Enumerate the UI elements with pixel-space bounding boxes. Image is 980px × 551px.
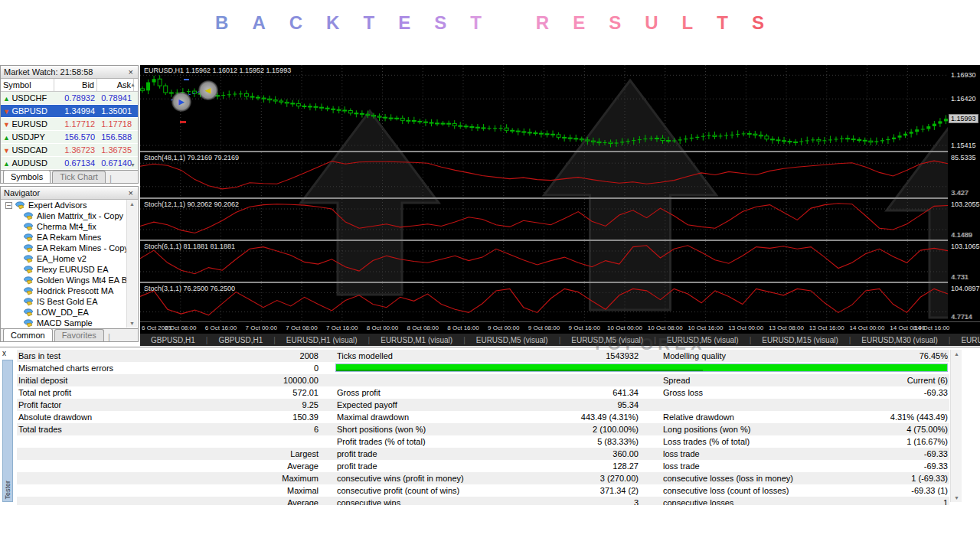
report-label [17,460,208,472]
report-row[interactable]: Total net profit572.01Gross profit641.34… [17,386,949,399]
chart-tab-bar: GBPUSD,H1|GBPUSD,H1|EURUSD,H1 (visual)|E… [140,334,980,346]
scroll-down-icon[interactable]: ▼ [130,162,136,168]
report-row[interactable]: Mismatched charts errors0 [17,362,949,374]
market-watch-row[interactable]: ▼ USDCAD1.367231.36735 [1,144,138,157]
chart-tab[interactable]: EURUSD,M30 (visual) [851,336,948,344]
close-icon[interactable]: × [127,189,135,197]
time-axis-label: 8 Oct 08:00 [407,324,439,331]
time-axis-label: 13 Oct 00:00 [728,324,763,331]
time-axis-label: 9 Oct 08:00 [528,324,560,331]
column-bid[interactable]: Bid [54,79,97,91]
banner-letter: R [536,12,550,34]
tester-side-strip[interactable]: Tester [2,360,13,502]
indicator-window[interactable]: Stoch(3,1,1) 76.2500 76.2500 [140,283,948,321]
trade-marker-buy[interactable]: ▶ [172,92,191,112]
market-watch-row[interactable]: ▲ USDCHF0.789320.78941 [1,92,138,105]
chart-symbol-label: EURUSD,H1 1.15962 1.16012 1.15952 1.1599… [144,67,291,74]
tree-item[interactable]: Golden Wings Mt4 EA By [1,275,127,285]
report-gap [640,448,662,460]
expert-advisor-icon [24,255,34,263]
modelling-progress-bar [335,364,948,372]
market-watch-row[interactable]: ▼ EURUSD1.177121.17718 [1,118,138,131]
scroll-up-icon[interactable]: ▲ [129,201,135,207]
report-gap [640,484,662,497]
tree-item[interactable]: LOW_DD_EA [1,307,127,318]
time-axis-label: 13 Oct 16:00 [809,324,844,331]
scroll-up-icon[interactable]: ▲ [130,82,136,87]
report-row[interactable]: Maximumconsecutive wins (profit in money… [17,472,949,484]
tree-item-label: Hodrick Prescott MA [37,285,113,296]
report-label: Relative drawdown [662,411,842,423]
tree-item[interactable]: MACD Sample [1,318,127,328]
report-value: 4.31% (443.49) [842,411,949,423]
tree-item[interactable]: EA_Home v2 [1,253,127,264]
indicator-window[interactable]: Stoch(48,1,1) 79.2169 79.2169 [140,152,948,197]
chart-tab[interactable]: EURUSD,M15 (visual) [950,336,980,344]
market-watch-row[interactable]: ▼ GBPUSD1.349941.35001 [1,105,138,118]
report-row[interactable]: Profit factor9.25Expected payoff95.34 [17,399,949,411]
navigator-titlebar: Navigator × [1,187,138,200]
scroll-up-icon[interactable]: ▲ [954,351,959,357]
chart-area[interactable]: EURUSD,H1 1.15962 1.16012 1.15952 1.1599… [140,65,980,346]
main-chart-window[interactable]: ▶◀ [140,65,948,151]
chart-tab[interactable]: GBPUSD,H1 [140,336,206,344]
trade-marker-close[interactable]: ◀ [198,80,218,100]
scroll-down-icon[interactable]: ▼ [954,495,959,500]
close-arrow-icon: ◀ [206,86,211,94]
tab-favorites[interactable]: Favorites [54,329,104,341]
tree-root-expert-advisors[interactable]: –Expert Advisors [1,200,127,210]
indicator-scale-bottom: 3.427 [951,189,969,197]
report-row[interactable]: Bars in test2008Ticks modelled1543932Mod… [17,350,949,362]
tab-symbols[interactable]: Symbols [3,170,51,183]
tree-item[interactable]: Cherma Mt4_fix [1,221,127,232]
collapse-icon[interactable]: – [5,202,12,209]
time-axis-label: 14 Oct 00:00 [850,324,885,331]
tab-tick-chart[interactable]: Tick Chart [52,171,106,183]
report-gap [320,350,335,362]
close-icon[interactable]: × [127,68,135,76]
close-icon[interactable]: x [2,350,6,357]
chart-tab[interactable]: EURUSD,H1 (visual) [276,336,368,344]
indicator-window[interactable]: Stoch(12,1,1) 90.2062 90.2062 [140,199,948,240]
report-row[interactable]: Absolute drawdown150.39Maximal drawdown4… [17,411,949,423]
report-value: Average [208,497,320,505]
report-row[interactable]: Averageprofit trade128.27loss trade-69.3… [17,460,949,472]
scroll-down-icon[interactable]: ▼ [129,321,135,326]
report-row[interactable]: Total trades6Short positions (won %)2 (1… [17,423,949,435]
report-row[interactable]: Profit trades (% of total)5 (83.33%)Loss… [17,435,949,448]
report-value: 95.34 [547,399,640,411]
chart-tab[interactable]: EURUSD,M5 (visual) [560,336,654,344]
chart-tab[interactable]: EURUSD,M15 (visual) [751,336,848,344]
report-scrollbar[interactable]: ▲ ▼ [950,350,962,502]
report-row[interactable]: Largestprofit trade360.00loss trade-69.3… [17,448,949,460]
tree-item[interactable]: Alien Mattrix_fix - Copy [1,210,127,221]
tree-item[interactable]: IS Best Gold EA [1,296,127,307]
report-row[interactable]: Averageconsecutive wins3consecutive loss… [17,497,949,505]
tree-item[interactable]: Hodrick Prescott MA [1,285,127,296]
indicator-window[interactable]: Stoch(6,1,1) 81.1881 81.1881 [140,241,948,282]
chart-tab[interactable]: EURUSD,M5 (visual) [656,336,750,344]
tree-item[interactable]: EA Rekam Mines [1,232,127,243]
indicator-scale-top: 103.2055 [951,201,980,208]
report-value: 3 (270.00) [547,472,640,484]
column-ask[interactable]: Ask [97,79,134,91]
report-row[interactable]: Maximalconsecutive profit (count of wins… [17,484,949,497]
tab-common[interactable]: Common [3,328,53,341]
report-gap [320,497,335,505]
tree-item[interactable]: Flexy EURUSD EA [1,264,127,275]
chart-tab[interactable]: EURUSD,M1 (visual) [370,336,463,344]
market-watch-row[interactable]: ▲ USDJPY156.570156.588 [1,131,138,144]
expert-advisor-icon [24,212,34,220]
chart-tab[interactable]: EURUSD,M5 (visual) [466,336,559,344]
chart-tab[interactable]: GBPUSD,H1 [207,336,273,344]
column-symbol[interactable]: Symbol [1,79,54,91]
tree-item[interactable]: EA Rekam Mines - Copy [1,243,127,253]
report-gap [640,435,662,448]
navigator-scrollbar[interactable]: ▲ ▼ [126,200,137,328]
report-value [547,374,640,386]
market-watch-header: Symbol Bid Ask [1,79,138,92]
banner-letter: E [573,12,586,34]
market-watch-row[interactable]: ▲ AUDUSD0.671340.67140 [1,157,138,170]
report-row[interactable]: Initial deposit10000.00SpreadCurrent (6) [17,374,949,386]
current-price-box: 1.15993 [949,114,978,123]
